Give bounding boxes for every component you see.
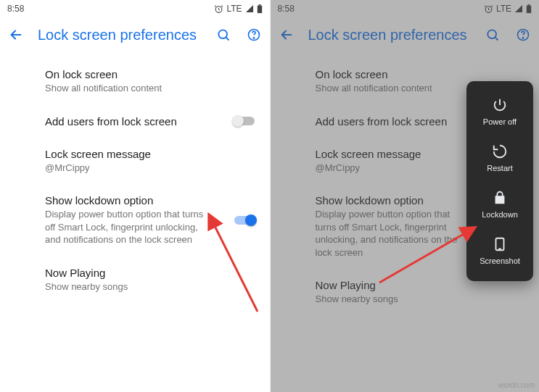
lockdown-button[interactable]: Lockdown — [466, 181, 533, 228]
power-off-button[interactable]: Power off — [466, 88, 533, 135]
restart-icon — [492, 143, 508, 159]
help-icon[interactable] — [514, 26, 532, 43]
network-label: LTE — [496, 4, 511, 14]
item-label: On lock screen — [45, 68, 225, 80]
item-sub: Show nearby songs — [316, 293, 495, 306]
network-label: LTE — [226, 4, 242, 14]
item-now-playing[interactable]: Now Playing Show nearby songs — [0, 257, 270, 304]
status-icons: LTE — [214, 4, 262, 14]
item-label: Add users from lock screen — [45, 115, 225, 128]
restart-button[interactable]: Restart — [466, 135, 533, 181]
alarm-icon — [484, 4, 493, 14]
power-off-label: Power off — [483, 117, 517, 126]
status-icons: LTE — [484, 4, 532, 14]
back-icon[interactable] — [7, 26, 25, 43]
screen-left: 8:58 LTE Lock screen preferences On lock — [0, 0, 270, 392]
status-bar: 8:58 LTE — [271, 0, 540, 17]
svg-point-12 — [522, 38, 523, 38]
item-on-lock-screen[interactable]: On lock screen Show all notification con… — [0, 58, 270, 105]
svg-rect-8 — [527, 5, 531, 12]
screenshot-icon — [492, 236, 508, 252]
search-icon[interactable] — [484, 26, 501, 43]
item-sub: Show all notification content — [45, 82, 225, 95]
search-icon[interactable] — [215, 26, 232, 43]
item-show-lockdown[interactable]: Show lockdown option Display power butto… — [0, 184, 270, 257]
back-icon[interactable] — [278, 26, 295, 43]
alarm-icon — [214, 4, 223, 14]
battery-icon — [526, 4, 532, 14]
item-sub: Display power button option that turns o… — [316, 208, 461, 259]
item-sub: Show nearby songs — [45, 280, 225, 293]
item-lock-message[interactable]: Lock screen message @MrCippy — [0, 138, 270, 185]
battery-icon — [257, 4, 263, 14]
screenshot-button[interactable]: Screenshot — [466, 228, 533, 274]
power-icon — [492, 97, 508, 113]
settings-list: On lock screen Show all notification con… — [0, 52, 270, 309]
status-time: 8:58 — [278, 4, 295, 14]
toggle-add-users[interactable] — [232, 114, 257, 128]
screenshot-label: Screenshot — [480, 257, 520, 265]
item-sub: Display power button option that turns o… — [45, 208, 212, 246]
toggle-show-lockdown[interactable] — [232, 214, 257, 227]
item-label: On lock screen — [316, 68, 495, 80]
power-menu: Power off Restart Lockdown Screenshot — [466, 81, 533, 281]
app-header: Lock screen preferences — [0, 17, 270, 52]
item-sub: @MrCippy — [45, 162, 225, 175]
status-bar: 8:58 LTE — [0, 0, 270, 17]
item-label: Now Playing — [316, 279, 495, 291]
lock-icon — [492, 190, 508, 206]
svg-point-5 — [253, 38, 254, 38]
help-icon[interactable] — [245, 26, 263, 43]
app-header: Lock screen preferences — [271, 17, 540, 52]
screen-right: 8:58 LTE Lock screen preferences On lock — [270, 0, 540, 392]
signal-icon — [245, 4, 254, 13]
item-label: Now Playing — [45, 267, 225, 279]
page-title: Lock screen preferences — [308, 27, 472, 43]
svg-rect-9 — [527, 4, 530, 6]
item-add-users[interactable]: Add users from lock screen — [0, 105, 270, 138]
svg-point-10 — [487, 30, 496, 38]
svg-rect-2 — [258, 4, 260, 6]
page-title: Lock screen preferences — [38, 27, 202, 43]
signal-icon — [514, 4, 523, 13]
lockdown-label: Lockdown — [482, 210, 518, 219]
item-label: Lock screen message — [45, 148, 225, 160]
restart-label: Restart — [487, 164, 512, 172]
svg-rect-1 — [257, 5, 261, 12]
item-label: Show lockdown option — [45, 194, 225, 207]
svg-point-3 — [218, 30, 227, 38]
status-time: 8:58 — [7, 4, 24, 14]
watermark: wsxdn.com — [498, 381, 535, 389]
